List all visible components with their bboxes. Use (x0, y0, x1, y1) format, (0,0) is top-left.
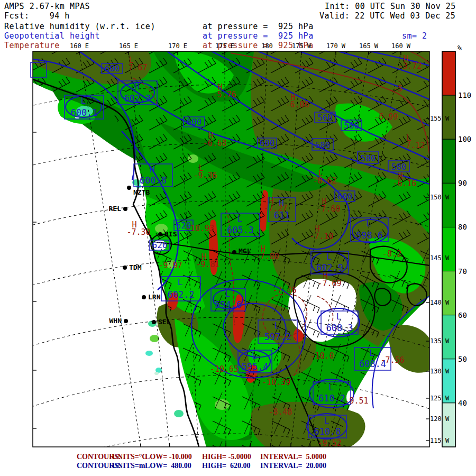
height-value: 600 (105, 63, 120, 74)
temp-value: -7.56 (380, 355, 404, 365)
lon-label-right: 140 W (430, 299, 450, 306)
height-label-box: 580 (358, 152, 379, 163)
height-label-box: 600 (335, 191, 355, 202)
height-label-box: 600 (258, 138, 277, 148)
temp-value: -7.69 (317, 279, 341, 288)
temp-extremum-label: -5 (393, 84, 402, 94)
height-value: 600.1 (70, 107, 97, 118)
legend-units: UNITS=m (112, 462, 145, 470)
height-value: 602.9 (316, 262, 343, 273)
temp-value: -8.2 (382, 249, 401, 259)
legend-low: LOW= -10.000 (145, 453, 192, 461)
colorbar-tick-label: 40 (458, 399, 467, 407)
temp-value: -10.93 (186, 224, 214, 233)
station-label: BIS (164, 230, 177, 238)
height-label-box: 580 (388, 161, 409, 172)
colorbar-segment (442, 183, 455, 227)
hl-letter: L (252, 351, 257, 361)
station-dot (127, 186, 131, 190)
colorbar-segment (442, 227, 455, 271)
station-dot (142, 295, 146, 299)
station-dot (123, 266, 127, 270)
height-value: 602.2 (167, 289, 194, 300)
height-value: 595.4 (241, 361, 268, 372)
hl-letter: L (178, 277, 183, 287)
temp-extremum-label: -6.99 (374, 112, 398, 122)
height-value: 580 (391, 162, 407, 172)
height-value: 600 (337, 191, 353, 202)
lon-label-top: 180 (261, 42, 273, 50)
hl-letter: H (134, 81, 140, 91)
temp-value: -7.46 (272, 286, 296, 295)
station-dot (123, 207, 127, 211)
lon-label-top: 165 W (359, 42, 379, 50)
hl-letter: L (237, 214, 242, 224)
height-value: 608.3 (326, 323, 353, 333)
height-value: 560 (344, 121, 359, 131)
colorbar-unit: % (457, 44, 462, 52)
lon-label-top: 165 E (119, 42, 138, 50)
map-plot: 600H602.3L600.1600600560560580580580600L… (0, 0, 476, 476)
temp-extremum-label: -10.39 (262, 378, 290, 387)
temp-value: -6.06 (285, 100, 309, 109)
temp-extremum-label: -9.51 (344, 396, 368, 406)
height-label-box: 620 (150, 240, 170, 250)
colorbar-tick-label: 90 (458, 179, 467, 187)
lon-label-right: 120 W (430, 415, 450, 423)
colorbar-tick-label: 50 (458, 355, 467, 363)
station-label: LRN (148, 293, 161, 301)
temp-value: -7.80 (255, 252, 279, 261)
temp-value: -7.67 (123, 63, 147, 72)
height-value: 580 (361, 153, 376, 163)
legend-low: LOW= 480.00 (145, 462, 191, 470)
colorbar-tick-label: 100 (458, 135, 471, 143)
longitude-labels-top: 160 E165 E170 E175 E180175 W170 W165 W16… (70, 42, 411, 50)
lon-label-top: 160 W (391, 42, 411, 50)
legend-high: HIGH= 620.00 (202, 462, 251, 470)
temp-value: -9.36 (193, 171, 217, 180)
temp-value: -8.48 (268, 407, 292, 417)
temp-extremum-label: -9.97 (158, 261, 182, 270)
temp-extremum-label: -8.2 (382, 249, 401, 259)
hl-letter: L (326, 252, 332, 262)
legend-interval: INTERVAL= 20.000 (260, 462, 326, 470)
station-dot (232, 250, 236, 254)
temp-value: -5 (393, 84, 402, 94)
temp-extremum-label: -8.48 (268, 407, 292, 417)
temp-extremum-label: -10.65 (210, 364, 239, 374)
temp-value: -9.51 (344, 396, 368, 406)
lon-label-right: 145 W (430, 254, 450, 262)
colorbar-tick-label: 110 (458, 91, 471, 99)
station-label: NZTB (133, 188, 150, 196)
lon-label-right: 155 W (430, 115, 450, 122)
lon-label-right: 125 W (430, 395, 450, 402)
temp-value: -10.39 (262, 378, 290, 387)
colorbar-segment (442, 139, 455, 183)
height-value: 598.6 (356, 230, 383, 241)
hl-letter: L (274, 321, 280, 331)
lon-label-right: 135 W (430, 337, 450, 345)
hl-letter: H (150, 164, 155, 175)
height-value: 600 (260, 138, 275, 148)
station-dot (158, 232, 162, 236)
temp-extremum-label: -10.0 (310, 351, 334, 361)
legend-high: HIGH= -5.0000 (202, 453, 251, 461)
temp-extremum-label: -9.52 (317, 438, 341, 448)
station-label: WHN (109, 317, 122, 325)
temp-value: -7.12 (401, 141, 425, 150)
temp-extremum-label: -7.46 (272, 286, 296, 295)
temp-value: -3.72 (398, 61, 422, 71)
station-label: REL (109, 205, 122, 213)
height-value: 610.2 (318, 393, 345, 404)
temp-contour-legend: CONTOURS: UNITS=°C LOW= -10.000 HIGH= -5… (0, 453, 476, 461)
lon-label-top: 175 W (292, 42, 312, 50)
temp-value: -9.52 (317, 438, 341, 448)
height-contour-legend: CONTOURS: UNITS=m LOW= 480.00 HIGH= 620.… (0, 462, 476, 470)
hl-letter: L (81, 96, 86, 106)
lon-label-top: 175 E (215, 42, 234, 50)
temp-value: -8.62 (313, 176, 336, 186)
hl-letter: L (324, 416, 329, 426)
hl-letter: L (369, 348, 374, 358)
legend-units: UNITS=°C (112, 453, 147, 461)
lon-label-top: 160 E (70, 42, 89, 50)
